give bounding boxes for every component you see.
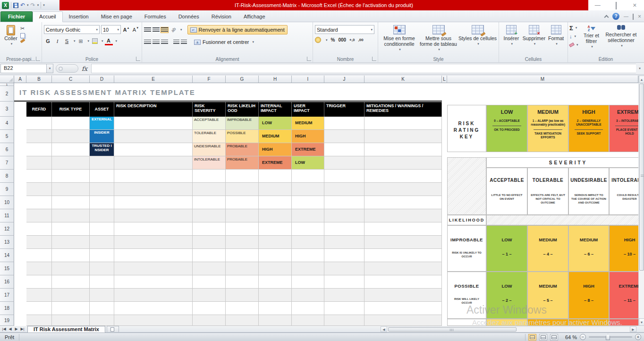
customize-qat-icon[interactable]: ▾	[43, 3, 45, 7]
column-header-K[interactable]: K	[364, 76, 442, 83]
borders-icon[interactable]: ⊞	[77, 37, 85, 45]
grid-cell[interactable]	[226, 262, 259, 275]
grid-cell[interactable]	[114, 275, 193, 289]
grid-cell[interactable]	[259, 315, 292, 326]
page-break-view-button[interactable]	[550, 334, 558, 341]
format-cells-button[interactable]: Format ▾	[546, 24, 566, 47]
row-header-16[interactable]: 16	[0, 275, 14, 289]
tab-revision[interactable]: Révision	[205, 12, 237, 22]
grid-cell[interactable]	[52, 117, 90, 130]
grid-cell[interactable]	[364, 183, 442, 196]
grid-cell[interactable]	[259, 222, 292, 236]
grid-cell[interactable]	[364, 236, 442, 249]
grid-cell[interactable]	[114, 156, 193, 170]
grid-cell[interactable]	[26, 156, 52, 170]
grid-cell[interactable]	[26, 262, 52, 275]
column-header-E[interactable]: E	[114, 76, 193, 83]
grid-cell[interactable]	[324, 302, 364, 315]
user-impact-cell[interactable]: HIGH	[292, 130, 324, 143]
copy-icon[interactable]	[20, 33, 25, 38]
internal-impact-cell[interactable]: MEDIUM	[259, 130, 292, 143]
grid-cell[interactable]	[259, 196, 292, 209]
decrease-decimal-icon[interactable]: ,00	[358, 38, 363, 42]
grid-cell[interactable]	[90, 209, 114, 222]
tab-accueil[interactable]: Accueil	[33, 11, 62, 22]
fill-color-icon[interactable]	[91, 37, 99, 45]
tab-formules[interactable]: Formules	[138, 12, 172, 22]
grid-cell[interactable]	[193, 196, 226, 209]
insert-worksheet-icon[interactable]	[107, 326, 119, 332]
fill-color-dropdown-icon[interactable]: ▾	[102, 39, 103, 43]
grid-cell[interactable]	[292, 302, 324, 315]
borders-dropdown-icon[interactable]: ▾	[88, 39, 90, 43]
collapse-ribbon-icon[interactable]	[604, 15, 609, 19]
grid-cell[interactable]	[193, 209, 226, 222]
insert-cells-button[interactable]: + Insérer ▾	[500, 24, 522, 47]
sheet-tab-active[interactable]: IT Risk Assessment Matrix	[27, 326, 105, 332]
asset-cell[interactable]: EXTERNAL	[90, 117, 114, 130]
paste-button[interactable]: Coller ▾	[1, 24, 20, 47]
underline-dropdown-icon[interactable]: ▾	[74, 39, 76, 43]
insert-function-icon[interactable]: fx	[82, 65, 87, 72]
grid-cell[interactable]	[364, 249, 442, 262]
accounting-dropdown-icon[interactable]: ▾	[326, 38, 328, 42]
asset-cell[interactable]: TRUSTED INSIDER	[90, 143, 114, 156]
grid-cell[interactable]	[193, 302, 226, 315]
minimize-icon[interactable]: —	[591, 2, 604, 8]
row-header-19[interactable]: 19	[0, 315, 14, 326]
row-header-7[interactable]: 7	[0, 156, 14, 170]
first-sheet-icon[interactable]: |◀	[1, 326, 7, 332]
grid-cell[interactable]	[364, 156, 442, 170]
grid-cell[interactable]	[90, 262, 114, 275]
grid-cell[interactable]	[90, 183, 114, 196]
grid-cell[interactable]	[259, 170, 292, 183]
clear-button[interactable]: ▾	[569, 41, 578, 49]
align-right-icon[interactable]	[161, 40, 168, 45]
row-header-15[interactable]: 15	[0, 262, 14, 275]
autosum-button[interactable]: Σ▾	[569, 24, 578, 32]
grid-cell[interactable]	[52, 130, 90, 143]
grid-cell[interactable]	[364, 209, 442, 222]
row-header-17[interactable]: 17	[0, 289, 14, 302]
asset-cell[interactable]: INSIDER	[90, 130, 114, 143]
redo-icon[interactable]: ↷	[31, 2, 35, 9]
grid-cell[interactable]	[364, 117, 442, 130]
grid-cell[interactable]	[193, 222, 226, 236]
grid-cell[interactable]	[364, 130, 442, 143]
grid-cell[interactable]	[193, 262, 226, 275]
grid-cell[interactable]	[52, 209, 90, 222]
grid-cell[interactable]	[324, 236, 364, 249]
zoom-out-icon[interactable]: −	[580, 334, 586, 340]
zoom-in-icon[interactable]: +	[635, 334, 641, 340]
sort-filter-button[interactable]: AZ Trier et filtrer ▾	[579, 24, 604, 50]
row-header-5[interactable]: 5	[0, 130, 14, 143]
grid-cell[interactable]	[226, 249, 259, 262]
grid-cell[interactable]	[52, 249, 90, 262]
workbook-minimize-icon[interactable]: —	[624, 14, 628, 19]
grid-cell[interactable]	[324, 156, 364, 170]
scroll-up-icon[interactable]: ▲	[639, 76, 644, 83]
italic-button[interactable]: I	[53, 37, 61, 45]
grid-cell[interactable]	[324, 183, 364, 196]
grid-cell[interactable]	[114, 236, 193, 249]
grid-cell[interactable]	[26, 302, 52, 315]
grid-cell[interactable]	[114, 289, 193, 302]
risk-likelihood-cell[interactable]: PROBABLE	[226, 156, 259, 170]
row-header-10[interactable]: 10	[0, 196, 14, 209]
grid-cell[interactable]	[364, 289, 442, 302]
grid-cell[interactable]	[90, 249, 114, 262]
grid-cell[interactable]	[26, 275, 52, 289]
grid-cell[interactable]	[114, 209, 193, 222]
restore-icon[interactable]	[610, 2, 623, 8]
zoom-slider[interactable]	[589, 336, 632, 338]
tab-mise-en-page[interactable]: Mise en page	[95, 12, 138, 22]
previous-sheet-icon[interactable]: ◀	[7, 326, 13, 332]
align-middle-icon[interactable]	[153, 27, 160, 33]
grid-cell[interactable]	[292, 222, 324, 236]
align-top-icon[interactable]	[144, 27, 151, 33]
column-header-L[interactable]: L	[442, 76, 447, 83]
close-icon[interactable]: ×	[628, 2, 641, 8]
name-box[interactable]: B22	[0, 64, 47, 73]
user-impact-cell[interactable]: LOW	[292, 156, 324, 170]
grid-cell[interactable]	[259, 209, 292, 222]
